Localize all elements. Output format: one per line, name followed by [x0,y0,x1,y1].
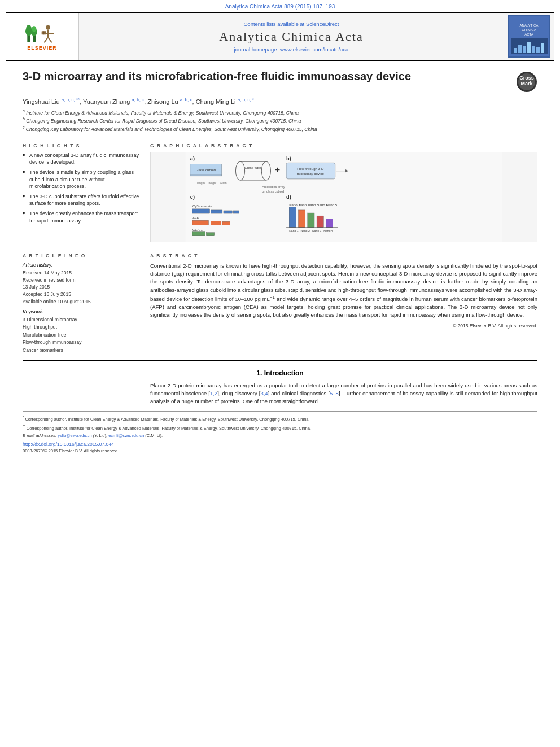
svg-text:CEA-1: CEA-1 [193,227,203,231]
svg-text:Cy3-prostate: Cy3-prostate [193,204,213,208]
footnote-star: * Corresponding author. Institute for Cl… [23,415,537,422]
journal-cover-area: ANALYTICA CHIMICA ACTA [504,13,554,60]
keyword-3: Microfabrication-free [23,331,141,339]
svg-point-2 [26,25,31,32]
svg-text:Nano 3: Nano 3 [312,229,322,232]
svg-rect-25 [541,43,544,53]
keyword-4: Flow-through immunoassay [23,339,141,347]
svg-rect-24 [536,47,540,53]
svg-text:ANALYTICA: ANALYTICA [520,24,539,27]
highlights-col: H I G H L I G H T S A new conceptual 3-D… [23,143,141,242]
journal-cover-icon: ANALYTICA CHIMICA ACTA [508,15,550,58]
svg-text:Glass cuboid: Glass cuboid [196,167,216,171]
svg-rect-60 [222,221,230,225]
abstract-text: Conventional 2-D microarray is known to … [150,262,537,320]
authors-line: Yingshuai Liu a, b, c, **, Yuanyuan Zhan… [23,97,537,105]
svg-rect-58 [193,220,209,225]
main-content: 3-D microarray and its microfabrication-… [0,61,560,459]
intro-section: 1. Introduction Planar 2-D protein micro… [23,369,537,406]
svg-text:microarray device: microarray device [297,172,325,176]
ref-5-8[interactable]: 5–8 [330,390,339,396]
journal-homepage: journal homepage: www.elsevier.com/locat… [234,46,349,53]
svg-rect-59 [211,221,221,225]
svg-point-5 [32,26,36,32]
divider-2 [23,248,537,248]
svg-rect-54 [211,210,222,213]
svg-text:Nano 5: Nano 5 [326,203,337,207]
ref-3-4[interactable]: 3,4 [260,390,268,396]
info-abstract-row: A R T I C L E I N F O Article history: R… [23,253,537,355]
svg-line-10 [48,37,52,42]
svg-line-9 [44,37,48,42]
svg-rect-72 [317,216,323,227]
copyright-line: © 2015 Elsevier B.V. All rights reserved… [150,323,537,329]
article-info-col: A R T I C L E I N F O Article history: R… [23,253,141,355]
affil-b: b Chongqing Engineering Research Center … [23,116,537,125]
article-title: 3-D microarray and its microfabrication-… [23,69,510,84]
issn-line: 0003-2670/© 2015 Elsevier B.V. All right… [23,448,537,453]
received-date: Received 14 May 2015 [23,269,141,277]
svg-text:c): c) [190,194,195,199]
article-history: Article history: Received 14 May 2015 Re… [23,262,141,305]
affil-c: c Chongqing Key Laboratory for Advanced … [23,125,537,133]
svg-text:CHIMICA: CHIMICA [522,28,536,32]
ref-1-2[interactable]: 1,2 [210,390,217,396]
accepted-date: Accepted 16 July 2015 [23,291,141,298]
footnotes-area: * Corresponding author. Institute for Cl… [23,411,537,453]
journal-reference: Analytica Chimica Acta 889 (2015) 187–19… [0,0,560,12]
intro-left-spacer [23,382,141,406]
svg-rect-19 [514,48,517,53]
svg-text:Flow-through 3-D: Flow-through 3-D [297,166,324,170]
svg-rect-20 [518,45,522,53]
svg-rect-53 [193,209,210,213]
keyword-1: 3-Dimensional microarray [23,316,141,324]
keywords-section: Keywords: 3-Dimensional microarray High-… [23,309,141,355]
svg-rect-63 [206,233,214,236]
svg-text:Cross: Cross [519,75,534,81]
svg-rect-74 [326,219,333,227]
doi-line: http://dx.doi.org/10.1016/j.aca.2015.07.… [23,442,537,447]
svg-text:d): d) [286,194,291,199]
footnote-double-star: ** Corresponding author. Institute for C… [23,424,537,431]
email-c-link[interactable]: ecmli@swu.edu.cn [108,433,144,438]
crossmark-icon: Cross Mark [516,71,537,93]
abstract-col: A B S T R A C T Conventional 2-D microar… [150,253,537,355]
journal-header: ELSEVIER Contents lists available at Sci… [6,12,554,61]
svg-rect-21 [523,46,526,53]
svg-text:Nano 4: Nano 4 [323,229,333,232]
journal-title: Analytica Chimica Acta [219,29,363,44]
revised-label: Received in revised form [23,277,141,284]
intro-two-col: Planar 2-D protein microarray has emerge… [23,382,537,406]
svg-text:b): b) [286,156,291,161]
article-title-row: 3-D microarray and its microfabrication-… [23,69,537,93]
svg-rect-70 [308,213,314,227]
svg-text:AFP: AFP [193,216,199,220]
keywords-list: 3-Dimensional microarray High-throughput… [23,316,141,355]
svg-rect-23 [532,46,535,53]
affil-a: a Institute for Clean Energy & Advanced … [23,108,537,117]
affiliations: a Institute for Clean Energy & Advanced … [23,108,537,133]
graphical-abstract-label: G R A P H I C A L A B S T R A C T [150,143,537,148]
graphical-abstract-image: a) Glass cuboid Glass tube [150,152,537,242]
keyword-5: Cancer biomarkers [23,347,141,355]
highlight-item-4: The device greatly enhances the mass tra… [23,210,141,224]
svg-text:length: length [197,181,205,185]
svg-text:on glass cuboid: on glass cuboid [262,190,284,193]
highlights-list: A new conceptual 3-D array fluidic immun… [23,152,141,224]
elsevier-logo-area: ELSEVIER [6,13,79,60]
svg-rect-66 [289,207,296,228]
svg-text:Antibodies array: Antibodies array [262,185,285,189]
svg-text:Mark: Mark [520,81,533,86]
email-y-link[interactable]: ysliu@swu.edu.cn [58,433,92,438]
svg-text:a): a) [190,156,195,161]
svg-text:Glass tube: Glass tube [244,165,261,169]
graphical-abstract-svg: a) Glass cuboid Glass tube [151,152,537,242]
elsevier-text: ELSEVIER [27,45,57,51]
highlight-item-1: A new conceptual 3-D array fluidic immun… [23,152,141,166]
crossmark-badge: Cross Mark [516,71,537,93]
intro-body-text: Planar 2-D protein microarray has emerge… [150,382,537,406]
history-label: Article history: [23,262,141,268]
doi-link[interactable]: http://dx.doi.org/10.1016/j.aca.2015.07.… [23,442,114,447]
intro-body-col: Planar 2-D protein microarray has emerge… [150,382,537,406]
highlight-item-2: The device is made by simply coupling a … [23,169,141,190]
